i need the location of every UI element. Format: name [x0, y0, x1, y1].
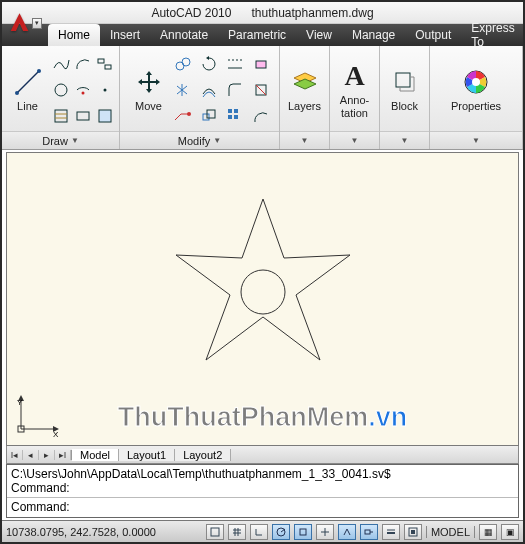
stretch-button[interactable]	[171, 104, 195, 128]
app-menu-dropdown[interactable]: ▾	[32, 18, 42, 29]
svg-rect-23	[228, 109, 232, 113]
mirror-button[interactable]	[171, 78, 195, 102]
svg-point-14	[182, 58, 190, 66]
svg-rect-8	[77, 112, 89, 120]
svg-rect-27	[396, 73, 410, 87]
block-icon	[389, 66, 421, 98]
status-snap[interactable]	[206, 524, 224, 540]
layers-icon	[289, 66, 321, 98]
svg-rect-42	[365, 530, 370, 534]
status-coords: 10738.0795, 242.7528, 0.0000	[6, 526, 156, 538]
layers-button[interactable]: Layers	[282, 63, 327, 115]
tab-home[interactable]: Home	[48, 24, 100, 46]
panel-modify-label[interactable]: Modify▼	[120, 131, 279, 149]
svg-rect-21	[203, 114, 209, 120]
app-name: AutoCAD 2010	[151, 6, 231, 20]
spline-button[interactable]	[94, 52, 116, 76]
tab-view[interactable]: View	[296, 24, 342, 46]
status-osnap[interactable]	[294, 524, 312, 540]
trim-button[interactable]	[223, 52, 247, 76]
status-ortho[interactable]	[250, 524, 268, 540]
status-lweight[interactable]	[382, 524, 400, 540]
hatch-button[interactable]	[50, 104, 72, 128]
status-space[interactable]: MODEL	[426, 526, 475, 538]
tab-manage[interactable]: Manage	[342, 24, 405, 46]
line-button[interactable]: Line	[6, 63, 50, 115]
status-grid[interactable]	[228, 524, 246, 540]
panel-draw: Line Draw▼	[2, 46, 120, 149]
command-history-1: C:\Users\John\AppData\Local\Temp\thuthua…	[11, 467, 514, 481]
tab-output[interactable]: Output	[405, 24, 461, 46]
fillet-button[interactable]	[223, 78, 247, 102]
svg-text:X: X	[53, 430, 59, 439]
app-menu-button[interactable]: ▾	[8, 6, 42, 40]
command-prompt: Command:	[11, 500, 514, 514]
line-icon	[12, 66, 44, 98]
tab-model[interactable]: Model	[72, 449, 119, 461]
move-button[interactable]: Move	[127, 63, 171, 115]
status-otrack[interactable]	[316, 524, 334, 540]
erase-button[interactable]	[249, 52, 273, 76]
drawing-canvas[interactable]: YX	[6, 152, 519, 446]
command-window[interactable]: C:\Users\John\AppData\Local\Temp\thuthua…	[6, 464, 519, 518]
status-qp[interactable]	[404, 524, 422, 540]
region-button[interactable]	[94, 104, 116, 128]
command-history-2: Command:	[11, 481, 514, 495]
svg-rect-25	[228, 115, 232, 119]
svg-rect-22	[207, 110, 215, 118]
status-ducs[interactable]	[338, 524, 356, 540]
svg-rect-18	[256, 85, 266, 95]
polyline-button[interactable]	[50, 52, 72, 76]
tab-insert[interactable]: Insert	[100, 24, 150, 46]
panel-properties: Properties ▼	[430, 46, 523, 149]
file-name: thuthuatphanmem.dwg	[251, 6, 373, 20]
text-icon: A	[339, 60, 371, 92]
panel-draw-label[interactable]: Draw▼	[2, 131, 119, 149]
ucs-icon: YX	[13, 395, 63, 439]
status-extra2[interactable]: ▣	[501, 524, 519, 540]
svg-point-7	[81, 91, 84, 94]
svg-rect-36	[211, 528, 219, 536]
ribbon-tabs: Home Insert Annotate Parametric View Man…	[2, 24, 523, 46]
copy-button[interactable]	[171, 52, 195, 76]
tab-nav-first[interactable]: I◂	[7, 450, 23, 460]
status-bar: 10738.0795, 242.7528, 0.0000 MODEL ▦ ▣	[2, 520, 523, 542]
svg-point-29	[472, 78, 480, 86]
svg-point-20	[187, 112, 191, 116]
annotation-button[interactable]: A Anno- tation	[333, 57, 377, 121]
tab-express[interactable]: Express To	[461, 24, 524, 46]
svg-point-1	[15, 91, 19, 95]
tab-layout2[interactable]: Layout2	[175, 449, 231, 461]
svg-text:Y: Y	[17, 398, 23, 407]
explode-button[interactable]	[249, 78, 273, 102]
ellipse-button[interactable]	[72, 78, 94, 102]
status-dyn[interactable]	[360, 524, 378, 540]
offset-button[interactable]	[197, 78, 221, 102]
properties-button[interactable]: Properties	[445, 63, 507, 115]
svg-rect-10	[105, 65, 111, 69]
rectangle-button[interactable]	[72, 104, 94, 128]
ribbon: Line Draw▼ Move	[2, 46, 523, 150]
tab-nav-last[interactable]: ▸I	[55, 450, 71, 460]
circle-button[interactable]	[50, 78, 72, 102]
point-button[interactable]	[94, 78, 116, 102]
tab-nav-next[interactable]: ▸	[39, 450, 55, 460]
tab-nav-prev[interactable]: ◂	[23, 450, 39, 460]
tab-layout1[interactable]: Layout1	[119, 449, 175, 461]
scale-button[interactable]	[197, 104, 221, 128]
svg-point-3	[55, 84, 67, 96]
panel-annotation: A Anno- tation ▼	[330, 46, 380, 149]
arc-button[interactable]	[72, 52, 94, 76]
status-extra1[interactable]: ▦	[479, 524, 497, 540]
tab-parametric[interactable]: Parametric	[218, 24, 296, 46]
array-button[interactable]	[223, 104, 247, 128]
block-button[interactable]: Block	[383, 63, 427, 115]
svg-line-0	[17, 71, 39, 93]
join-button[interactable]	[249, 104, 273, 128]
tab-annotate[interactable]: Annotate	[150, 24, 218, 46]
svg-point-2	[37, 69, 41, 73]
rotate-button[interactable]	[197, 52, 221, 76]
svg-rect-39	[300, 529, 306, 535]
svg-rect-4	[55, 110, 67, 122]
status-polar[interactable]	[272, 524, 290, 540]
